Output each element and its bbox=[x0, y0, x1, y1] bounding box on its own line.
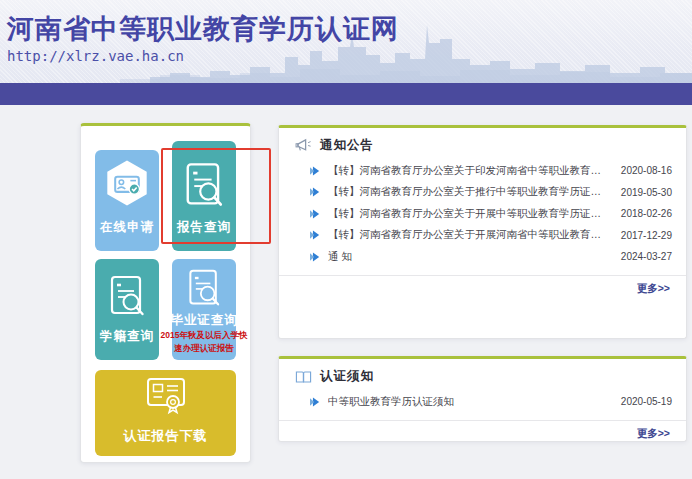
double-arrow-icon bbox=[309, 252, 321, 262]
info-item-text: 中等职业教育学历认证须知 bbox=[328, 395, 611, 409]
id-card-hexagon-icon bbox=[100, 157, 154, 211]
doc-search-icon bbox=[180, 159, 228, 211]
notice-item-text: 【转】河南省教育厅办公室关于印发河南省中等职业教育学历认证工... bbox=[328, 164, 611, 178]
notice-item[interactable]: 通 知 2024-03-27 bbox=[279, 246, 686, 268]
notice-item-date: 2018-02-26 bbox=[621, 208, 672, 219]
tile-label: 报告查询 bbox=[177, 219, 231, 236]
notice-item[interactable]: 【转】河南省教育厅办公室关于开展河南省中等职业教育学历证书认... 2017-1… bbox=[279, 225, 686, 247]
doc-search-icon bbox=[105, 272, 149, 320]
certificate-icon bbox=[140, 371, 192, 419]
notice-item-text: 【转】河南省教育厅办公室关于开展河南省中等职业教育学历证书认... bbox=[328, 228, 611, 242]
tile-label: 毕业证查询 bbox=[170, 312, 238, 329]
notice-list: 【转】河南省教育厅办公室关于印发河南省中等职业教育学历认证工... 2020-0… bbox=[279, 158, 686, 268]
menu-card: 在线申请 报告查询 学籍查询 bbox=[80, 123, 251, 463]
site-header: 河南省中等职业教育学历认证网 http://xlrz.vae.ha.cn bbox=[0, 0, 692, 83]
tile-label: 在线申请 bbox=[100, 219, 154, 236]
info-item-date: 2020-05-19 bbox=[621, 396, 672, 407]
page: 河南省中等职业教育学历认证网 http://xlrz.vae.ha.cn 在线申… bbox=[0, 0, 692, 479]
notice-item-date: 2024-03-27 bbox=[621, 251, 672, 262]
tile-online-apply[interactable]: 在线申请 bbox=[95, 150, 159, 251]
notice-item[interactable]: 【转】河南省教育厅办公室关于印发河南省中等职业教育学历认证工... 2020-0… bbox=[279, 160, 686, 182]
info-more-link[interactable]: 更多>> bbox=[637, 427, 670, 441]
notice-item-date: 2017-12-29 bbox=[621, 230, 672, 241]
tile-xueji-query[interactable]: 学籍查询 bbox=[95, 259, 159, 360]
double-arrow-icon bbox=[309, 209, 321, 219]
notice-panel: 通知公告 【转】河南省教育厅办公室关于印发河南省中等职业教育学历认证工... 2… bbox=[278, 125, 687, 339]
notice-item-date: 2019-05-30 bbox=[621, 187, 672, 198]
site-url: http://xlrz.vae.ha.cn bbox=[7, 48, 399, 64]
tile-note-line1: 2015年秋及以后入学快 bbox=[161, 329, 248, 341]
info-list: 中等职业教育学历认证须知 2020-05-19 bbox=[279, 389, 686, 413]
notice-item-text: 【转】河南省教育厅办公室关于开展中等职业教育学历证书认证服务... bbox=[328, 207, 611, 221]
notice-item-text: 通 知 bbox=[328, 250, 611, 264]
notice-item-date: 2020-08-16 bbox=[621, 165, 672, 176]
tile-note-line2: 速办理认证报告 bbox=[174, 342, 234, 354]
double-arrow-icon bbox=[309, 187, 321, 197]
info-item[interactable]: 中等职业教育学历认证须知 2020-05-19 bbox=[279, 391, 686, 413]
tile-report-download[interactable]: 认证报告下载 bbox=[95, 370, 236, 456]
notice-more-link[interactable]: 更多>> bbox=[637, 282, 670, 296]
info-panel: 认证须知 中等职业教育学历认证须知 2020-05-19 更多>> bbox=[278, 356, 687, 442]
doc-search-icon bbox=[184, 266, 224, 310]
tile-label: 学籍查询 bbox=[100, 328, 154, 345]
tile-report-query[interactable]: 报告查询 bbox=[172, 141, 236, 251]
site-title: 河南省中等职业教育学历认证网 bbox=[7, 14, 399, 45]
notice-item[interactable]: 【转】河南省教育厅办公室关于推行中等职业教育学历证明书网上办... 2019-0… bbox=[279, 182, 686, 204]
double-arrow-icon bbox=[309, 230, 321, 240]
notice-item[interactable]: 【转】河南省教育厅办公室关于开展中等职业教育学历证书认证服务... 2018-0… bbox=[279, 203, 686, 225]
info-panel-title: 认证须知 bbox=[320, 368, 374, 385]
info-panel-header: 认证须知 bbox=[279, 359, 686, 389]
notice-panel-title: 通知公告 bbox=[320, 137, 374, 154]
megaphone-icon bbox=[295, 138, 312, 153]
double-arrow-icon bbox=[309, 397, 321, 407]
brand: 河南省中等职业教育学历认证网 http://xlrz.vae.ha.cn bbox=[7, 14, 399, 64]
double-arrow-icon bbox=[309, 166, 321, 176]
notice-panel-header: 通知公告 bbox=[279, 128, 686, 158]
tile-label: 认证报告下载 bbox=[124, 427, 208, 445]
tile-diploma-query[interactable]: 毕业证查询 2015年秋及以后入学快 速办理认证报告 bbox=[172, 259, 236, 360]
notice-item-text: 【转】河南省教育厅办公室关于推行中等职业教育学历证明书网上办... bbox=[328, 185, 611, 199]
open-book-icon bbox=[295, 370, 312, 384]
nav-bar bbox=[0, 83, 692, 105]
